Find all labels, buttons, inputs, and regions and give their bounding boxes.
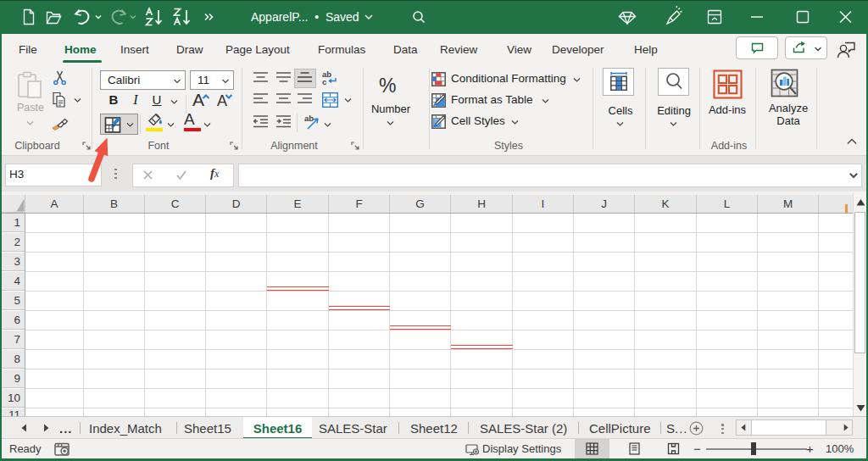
svg-text:c: c bbox=[322, 77, 326, 86]
svg-text:ab: ab bbox=[304, 114, 314, 123]
